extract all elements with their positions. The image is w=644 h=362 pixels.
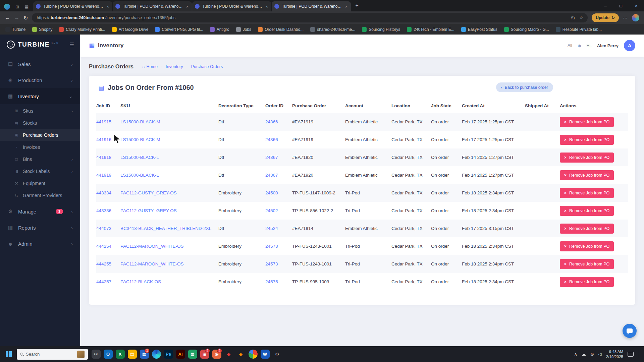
chrome-icon[interactable] — [247, 348, 259, 361]
job-id-link[interactable]: 441918 — [96, 155, 111, 160]
sidebar-item-reports[interactable]: ▥ Reports › — [0, 220, 80, 236]
column-header[interactable]: Created At — [462, 98, 525, 113]
tray-chevron-up-icon[interactable]: ∧ — [574, 352, 577, 357]
remove-job-button[interactable]: × Remove Job from PO — [560, 224, 614, 234]
sidebar-item-stocks[interactable]: ▤ Stocks — [0, 117, 80, 129]
remove-job-button[interactable]: × Remove Job from PO — [560, 135, 614, 145]
remove-job-button[interactable]: × Remove Job from PO — [560, 259, 614, 269]
job-id-link[interactable]: 444073 — [96, 226, 111, 231]
onedrive-cloud-icon[interactable]: ☁ — [582, 352, 586, 357]
job-id-link[interactable]: 441915 — [96, 119, 111, 124]
breadcrumb-inventory[interactable]: Inventory — [166, 64, 183, 69]
column-header[interactable]: SKU — [120, 98, 218, 113]
volume-icon[interactable]: ◁ — [598, 352, 602, 357]
browser-tab[interactable]: Turbine | POD Order & Warehous... × — [192, 1, 271, 11]
sku-link[interactable]: LS15000-BLACK-M — [120, 119, 160, 124]
sidebar-item-manage[interactable]: ⚙ Manage 3 › — [0, 203, 80, 220]
order-id-link[interactable]: 24366 — [265, 119, 278, 124]
edge-browser-icon[interactable] — [150, 348, 162, 361]
calendar-app-icon[interactable]: ▦ 1 — [138, 348, 150, 361]
remove-job-button[interactable]: × Remove Job from PO — [560, 241, 614, 251]
sidebar-item-production[interactable]: ◈ Production › — [0, 72, 80, 88]
sku-link[interactable]: LS15000-BLACK-L — [120, 155, 159, 160]
bookmark-item[interactable]: EasyPost Status — [461, 27, 497, 32]
browser-profile-avatar[interactable] — [632, 14, 639, 21]
back-to-purchase-order-button[interactable]: ‹ Back to purchase order — [496, 82, 553, 92]
order-id-link[interactable]: 24573 — [265, 261, 278, 266]
bookmark-item[interactable]: Shopify — [32, 27, 52, 32]
start-button[interactable] — [3, 348, 15, 360]
job-id-link[interactable]: 443336 — [96, 208, 111, 213]
job-id-link[interactable]: 443334 — [96, 190, 111, 195]
sidebar-item-inventory[interactable]: ▦ Inventory ⌄ — [0, 88, 80, 104]
column-header[interactable]: Order ID — [265, 98, 292, 113]
snipping-tool-icon[interactable]: ✂ — [90, 348, 102, 361]
tab-close-icon[interactable]: × — [344, 4, 348, 9]
order-id-link[interactable]: 24367 — [265, 173, 278, 178]
sku-link[interactable]: PAC112-BLACK-OS — [120, 279, 161, 284]
tab-grid-icon[interactable]: ⊞ — [15, 4, 19, 9]
job-id-link[interactable]: 444254 — [96, 244, 111, 249]
sheets-app-icon[interactable]: ▦ — [186, 348, 199, 361]
illustrator-icon[interactable]: Ai — [174, 348, 186, 361]
bookmark-item[interactable]: Order Desk Dashbo... — [258, 27, 304, 32]
remove-job-button[interactable]: × Remove Job from PO — [560, 206, 614, 216]
sku-link[interactable]: PAC112-GUSTY_GREY-OS — [120, 208, 177, 213]
order-id-link[interactable]: 24500 — [265, 190, 278, 195]
globe-icon[interactable]: ⊕ — [578, 43, 581, 48]
remove-job-button[interactable]: × Remove Job from PO — [560, 170, 614, 180]
sku-link[interactable]: LS15000-BLACK-M — [120, 137, 160, 142]
user-avatar[interactable]: A — [624, 40, 635, 51]
bookmark-item[interactable]: Art Google Drive — [112, 27, 149, 32]
column-header[interactable]: Actions — [560, 98, 628, 113]
sidebar-item-garment-providers[interactable]: ⇆ Garment Providers — [0, 189, 80, 201]
sidebar-toggle-icon[interactable]: ☰ — [70, 42, 74, 48]
column-header[interactable]: Shipped At — [525, 98, 560, 113]
read-aloud-icon[interactable]: A) — [571, 15, 575, 20]
bookmark-item[interactable]: shared-240tech-me... — [310, 27, 355, 32]
chat-widget-button[interactable] — [623, 324, 637, 338]
close-button[interactable]: × — [629, 0, 644, 11]
remove-job-button[interactable]: × Remove Job from PO — [560, 277, 614, 287]
excel-icon[interactable]: X — [114, 348, 126, 361]
tab-close-icon[interactable]: × — [106, 4, 110, 9]
browser-tab[interactable]: Turbine | POD Order & Warehous... × — [113, 1, 192, 11]
forward-icon[interactable]: → — [14, 15, 19, 21]
new-tab-button[interactable]: + — [352, 1, 362, 10]
order-id-link[interactable]: 24367 — [265, 155, 278, 160]
network-icon[interactable]: ⊕ — [590, 352, 594, 357]
order-id-link[interactable]: 24502 — [265, 208, 278, 213]
sidebar-item-skus[interactable]: ⊞ Skus › — [0, 105, 80, 117]
minimize-button[interactable]: – — [598, 0, 613, 11]
remove-job-button[interactable]: × Remove Job from PO — [560, 188, 614, 198]
remove-job-button[interactable]: × Remove Job from PO — [560, 153, 614, 163]
browser-update-button[interactable]: Update ↻ — [592, 13, 619, 22]
photos-app-icon[interactable]: ◉ 4 — [211, 348, 223, 361]
sku-link[interactable]: PAC112-MAROON_WHITE-OS — [120, 261, 184, 266]
sku-link[interactable]: LS15000-BLACK-L — [120, 173, 159, 178]
bookmark-item[interactable]: Jobs — [236, 27, 251, 32]
all-filter[interactable]: All — [568, 43, 572, 48]
show-desktop-button[interactable] — [638, 349, 639, 359]
tab-close-icon[interactable]: × — [265, 4, 269, 9]
taskbar-search-input[interactable]: Search — [17, 349, 88, 360]
refresh-icon[interactable]: ↻ — [23, 15, 28, 21]
column-header[interactable]: Account — [345, 98, 391, 113]
vertical-tabs-icon[interactable]: ▦ — [24, 4, 29, 9]
maximize-button[interactable]: □ — [613, 0, 629, 11]
sidebar-item-admin[interactable]: ☻ Admin › — [0, 236, 80, 252]
orange-tag-icon[interactable]: ◆ — [235, 348, 247, 361]
bookmark-item[interactable]: Crazy Monkey Printi... — [59, 27, 105, 32]
sidebar-item-invoices[interactable]: ▫ Invoices — [0, 141, 80, 153]
job-id-link[interactable]: 441916 — [96, 137, 111, 142]
sidebar-item-bins[interactable]: □ Bins › — [0, 153, 80, 165]
column-header[interactable]: Decoration Type — [218, 98, 265, 113]
red-tag-icon[interactable]: ◆ — [223, 348, 235, 361]
back-icon[interactable]: ← — [5, 15, 10, 21]
job-id-link[interactable]: 444255 — [96, 261, 111, 266]
word-icon[interactable]: W — [259, 348, 271, 361]
red-app-icon[interactable]: ▣ 4 — [199, 348, 211, 361]
sku-link[interactable]: BC3413-BLACK_HEATHER_TRIBLEND-2XL — [120, 226, 211, 231]
sku-link[interactable]: PAC112-GUSTY_GREY-OS — [120, 190, 177, 195]
order-id-link[interactable]: 24575 — [265, 279, 278, 284]
